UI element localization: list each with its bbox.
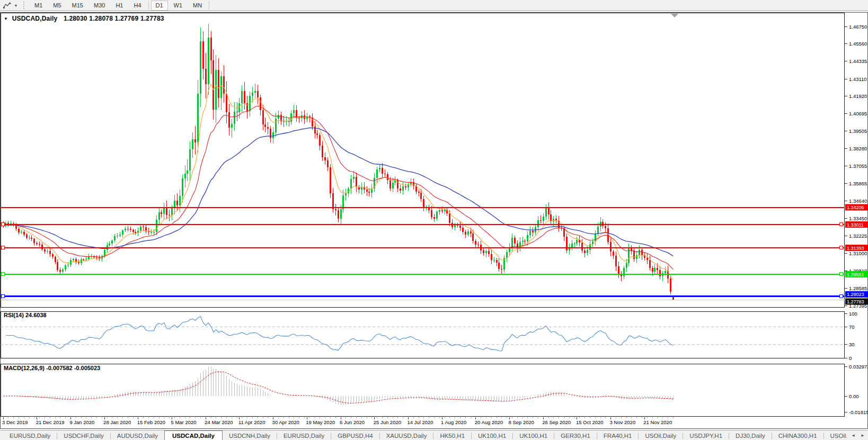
symbol-tab-ger30-h1[interactable]: GER30,H1: [554, 430, 597, 440]
line-handle-right[interactable]: [840, 273, 843, 276]
candle-body: [670, 279, 671, 291]
candle-body: [457, 225, 458, 226]
candle-body: [529, 231, 531, 235]
candle-body: [267, 127, 269, 128]
candle-body: [18, 229, 20, 232]
candle-body: [44, 249, 46, 252]
timeframe-button-mn[interactable]: MN: [188, 1, 207, 11]
date-label: 11 Apr 2020: [238, 419, 265, 425]
line-handle-left[interactable]: [2, 246, 5, 249]
candle-body: [392, 183, 394, 188]
candle-body: [130, 229, 131, 230]
time-axis[interactable]: 3 Dec 201921 Dec 20199 Jan 202028 Jan 20…: [2, 417, 673, 425]
candle-body: [260, 97, 261, 111]
candle-body: [31, 238, 32, 239]
price-axis[interactable]: 1.467501.455601.443351.431101.419201.406…: [845, 24, 868, 309]
macd-pane: [1, 364, 845, 417]
candle-body: [470, 231, 472, 234]
line-handle-left[interactable]: [2, 273, 5, 276]
toolbar-separator: [148, 1, 149, 10]
symbol-tab-eurusd-daily[interactable]: EURUSD,Daily: [277, 430, 331, 440]
timeframe-button-m15[interactable]: M15: [67, 1, 88, 11]
candle-body: [389, 180, 391, 188]
price-tick-label: 1.46750: [849, 24, 867, 30]
candle-body: [140, 227, 141, 231]
symbol-tab-usdjpy-h1[interactable]: USDJPY,H1: [683, 430, 729, 440]
candle-body: [610, 242, 612, 252]
line-handle-left[interactable]: [2, 223, 5, 226]
line-handle-left[interactable]: [2, 294, 5, 298]
date-label: 20 Aug 2020: [475, 419, 503, 425]
timeframe-button-h1[interactable]: H1: [111, 1, 128, 11]
rsi-axis[interactable]: 10070300: [845, 311, 857, 361]
symbol-tab-uk100-h1[interactable]: UK100,H1: [513, 430, 554, 440]
candle-body: [472, 234, 474, 241]
date-label: 21 Dec 2019: [36, 419, 65, 425]
symbol-tab-xauusd-daily[interactable]: XAUUSD,Daily: [380, 430, 433, 440]
symbol-tab-uk100-h1[interactable]: UK100,H1: [472, 430, 512, 440]
candle-body: [467, 231, 469, 234]
toolbar-separator: [209, 1, 209, 10]
candle-body: [475, 241, 476, 245]
symbol-tab-fra40-h1[interactable]: FRA40,H1: [597, 430, 639, 440]
candle-body: [431, 210, 432, 217]
symbol-tab-usdcad-daily[interactable]: USDCAD,Daily: [164, 430, 223, 440]
symbol-tab-hk50-h1[interactable]: HK50,H1: [433, 430, 471, 440]
symbol-tab-audusd-daily[interactable]: AUDUSD,Daily: [111, 430, 164, 440]
candle-body: [496, 260, 498, 262]
candle-body: [387, 174, 388, 181]
candle-body: [96, 257, 98, 258]
timeframe-button-m1[interactable]: M1: [30, 1, 47, 11]
candle-body: [226, 94, 227, 112]
candle-body: [462, 228, 464, 232]
candle-body: [283, 121, 285, 122]
candle-body: [654, 268, 656, 272]
candle-body: [449, 213, 450, 222]
timeframe-toolbar: ▼ M1M5M15M30H1H4D1W1MN: [0, 0, 868, 11]
line-handle-right[interactable]: [840, 294, 843, 298]
candle-body: [532, 231, 534, 232]
crosshair-draw-tool-icon[interactable]: [2, 1, 13, 10]
candle-body: [65, 265, 66, 269]
tabs-scroll-right-icon[interactable]: ►: [861, 433, 865, 438]
candle-body: [166, 207, 167, 215]
timeframe-button-m30[interactable]: M30: [89, 1, 110, 11]
candle-body: [584, 250, 586, 254]
price-tick-label: 1.33450: [849, 215, 867, 221]
date-label: 19 May 2020: [306, 419, 335, 425]
symbol-tab-china300-h1[interactable]: CHINA300,H1: [772, 430, 823, 440]
symbol-tab-dj30-daily[interactable]: DJ30,Daily: [729, 430, 772, 440]
symbol-tab-eurusd-daily[interactable]: EURUSD,Daily: [3, 430, 57, 440]
symbol-tab-gbpusd-h4[interactable]: GBPUSD,H4: [331, 430, 379, 440]
date-label: 8 Sep 2020: [509, 419, 535, 425]
collapse-triangle-icon[interactable]: ▼: [4, 16, 8, 21]
symbol-tab-usdchf-daily[interactable]: USDCHF,Daily: [57, 430, 110, 440]
line-handle-right[interactable]: [840, 246, 843, 249]
symbol-tab-usdcnh-daily[interactable]: USDCNH,Daily: [223, 430, 277, 440]
tabs-scroll-left-icon[interactable]: ◄: [851, 433, 855, 438]
candle-body: [119, 235, 121, 236]
candle-body: [252, 93, 253, 96]
timeframe-button-d1[interactable]: D1: [151, 1, 168, 11]
symbol-tab-usoil-daily[interactable]: USOil,Daily: [639, 430, 683, 440]
candle-body: [454, 225, 456, 227]
candle-body: [522, 241, 524, 242]
candle-body: [488, 251, 490, 254]
timeframe-button-w1[interactable]: W1: [169, 1, 188, 11]
timeframe-button-m5[interactable]: M5: [48, 1, 66, 11]
candle-body: [576, 240, 578, 243]
candle-body: [376, 169, 378, 178]
candle-body: [477, 245, 479, 245]
timeframe-button-h4[interactable]: H4: [129, 1, 146, 11]
candle-body: [21, 232, 22, 232]
candle-body: [597, 227, 599, 233]
chart-canvas[interactable]: 1.467501.455601.443351.431101.419201.406…: [0, 11, 868, 430]
line-handle-right[interactable]: [840, 223, 843, 226]
price-tick-label: 1.44335: [849, 58, 867, 64]
macd-axis[interactable]: 0.0329720.00-0.018154: [845, 364, 868, 416]
level-price-tag: 1.33011: [847, 222, 864, 228]
tool-dropdown-caret-icon[interactable]: ▼: [13, 1, 19, 10]
candle-body: [293, 110, 295, 113]
date-label: 15 Oct 2020: [576, 419, 604, 425]
candle-body: [143, 227, 144, 227]
